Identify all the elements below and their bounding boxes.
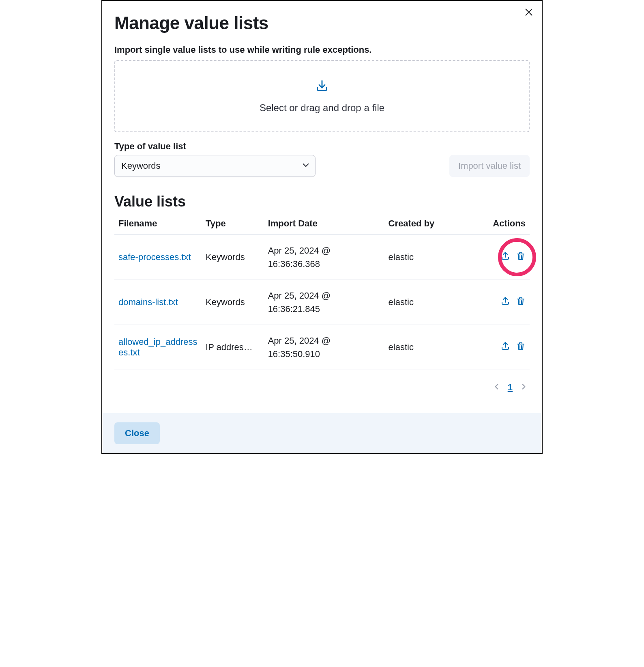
type-of-value-list-label: Type of value list <box>114 141 316 152</box>
next-page-icon[interactable] <box>520 382 527 393</box>
modal-footer: Close <box>102 413 542 453</box>
trash-icon[interactable] <box>516 341 526 351</box>
created-by-cell: elastic <box>384 280 476 325</box>
manage-value-lists-modal: Manage value lists Import single value l… <box>101 0 543 454</box>
prev-page-icon[interactable] <box>493 382 500 393</box>
col-import-date[interactable]: Import Date <box>264 213 384 235</box>
created-by-cell: elastic <box>384 325 476 370</box>
select-value: Keywords <box>121 161 161 171</box>
filename-link[interactable]: safe-processes.txt <box>118 252 191 262</box>
modal-subtitle: Import single value lists to use while w… <box>114 45 530 55</box>
created-by-cell: elastic <box>384 235 476 280</box>
filename-link[interactable]: allowed_ip_addresses.txt <box>118 337 197 357</box>
trash-icon[interactable] <box>516 251 526 261</box>
close-button[interactable]: Close <box>114 422 160 444</box>
export-icon[interactable] <box>500 251 510 261</box>
pagination: 1 <box>114 370 530 409</box>
type-cell: IP addres… <box>202 325 264 370</box>
col-created-by[interactable]: Created by <box>384 213 476 235</box>
value-lists-table: Filename Type Import Date Created by Act… <box>114 213 530 370</box>
trash-icon[interactable] <box>516 296 526 306</box>
file-dropzone[interactable]: Select or drag and drop a file <box>114 60 530 132</box>
import-date-cell: Apr 25, 2024 @ 16:35:50.910 <box>264 325 384 370</box>
table-row: allowed_ip_addresses.txtIP addres…Apr 25… <box>114 325 530 370</box>
actions-cell <box>476 280 530 325</box>
export-icon[interactable] <box>500 296 510 306</box>
page-number[interactable]: 1 <box>508 382 513 393</box>
table-row: safe-processes.txtKeywordsApr 25, 2024 @… <box>114 235 530 280</box>
col-filename[interactable]: Filename <box>114 213 202 235</box>
type-cell: Keywords <box>202 280 264 325</box>
import-date-cell: Apr 25, 2024 @ 16:36:36.368 <box>264 235 384 280</box>
chevron-down-icon <box>302 161 310 171</box>
col-type[interactable]: Type <box>202 213 264 235</box>
table-row: domains-list.txtKeywordsApr 25, 2024 @ 1… <box>114 280 530 325</box>
actions-cell <box>476 325 530 370</box>
import-icon <box>315 79 329 95</box>
filename-link[interactable]: domains-list.txt <box>118 297 178 307</box>
actions-cell <box>476 235 530 280</box>
import-date-cell: Apr 25, 2024 @ 16:36:21.845 <box>264 280 384 325</box>
col-actions: Actions <box>476 213 530 235</box>
value-lists-heading: Value lists <box>114 193 530 210</box>
import-value-list-button[interactable]: Import value list <box>449 155 530 177</box>
dropzone-text: Select or drag and drop a file <box>260 102 384 114</box>
modal-title: Manage value lists <box>114 13 530 33</box>
type-of-value-list-select[interactable]: Keywords <box>114 155 316 177</box>
close-icon[interactable] <box>525 8 535 18</box>
export-icon[interactable] <box>500 341 510 351</box>
type-cell: Keywords <box>202 235 264 280</box>
